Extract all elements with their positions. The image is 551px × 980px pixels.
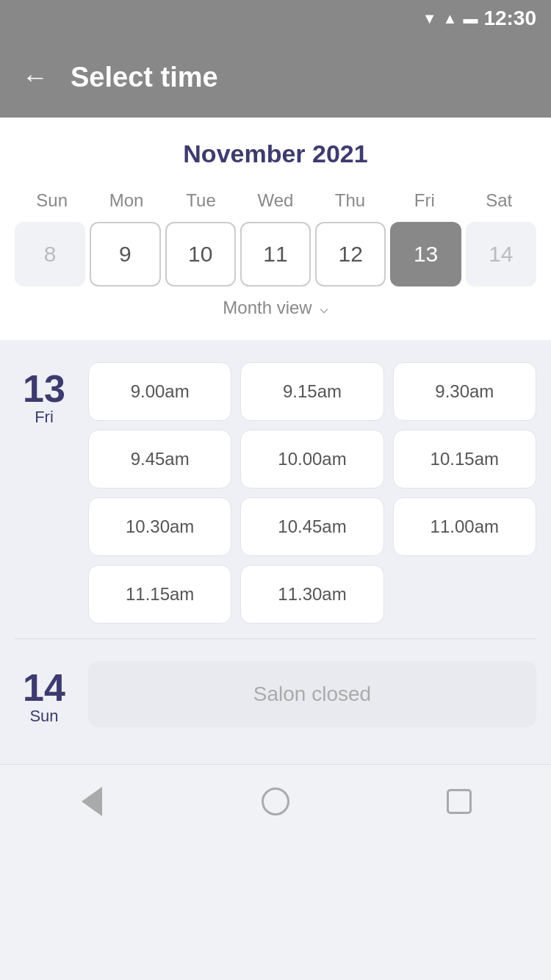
weekday-wed: Wed <box>238 187 312 215</box>
salon-closed-label: Salon closed <box>253 682 371 706</box>
app-header: ← Select time <box>0 37 551 118</box>
back-button[interactable]: ← <box>22 62 48 93</box>
time-slots-section: 13 Fri 9.00am 9.15am 9.30am 9.45am 10.00… <box>0 340 551 764</box>
status-icons: ▼ ▲ ▬ 12:30 <box>422 7 536 30</box>
main-content: November 2021 Sun Mon Tue Wed Thu Fri Sa… <box>0 118 551 764</box>
section-divider <box>15 638 536 639</box>
recents-nav-button[interactable] <box>441 783 478 820</box>
month-view-toggle[interactable]: Month view ⌵ <box>15 287 536 325</box>
slot-1115am[interactable]: 11.15am <box>88 565 231 624</box>
date-10[interactable]: 10 <box>165 222 236 287</box>
date-row: 8 9 10 11 12 13 14 <box>15 222 536 287</box>
wifi-icon: ▼ <box>422 10 437 27</box>
slot-915am[interactable]: 9.15am <box>240 362 383 421</box>
date-13[interactable]: 13 <box>390 222 461 287</box>
slot-945am[interactable]: 9.45am <box>88 430 231 489</box>
recents-nav-icon <box>447 789 472 814</box>
weekday-sun: Sun <box>15 187 89 215</box>
day-14-block: 14 Sun Salon closed <box>15 661 536 727</box>
slot-1015am[interactable]: 10.15am <box>393 430 536 489</box>
status-bar: ▼ ▲ ▬ 12:30 <box>0 0 551 37</box>
day-14-label: 14 Sun <box>15 661 73 727</box>
calendar-section: November 2021 Sun Mon Tue Wed Thu Fri Sa… <box>0 118 551 340</box>
weekday-header: Sun Mon Tue Wed Thu Fri Sat <box>15 187 536 215</box>
slot-1100am[interactable]: 11.00am <box>393 497 536 556</box>
month-view-label: Month view <box>223 298 311 318</box>
slot-1045am[interactable]: 10.45am <box>240 497 383 556</box>
month-year-label: November 2021 <box>15 140 536 168</box>
chevron-down-icon: ⌵ <box>320 299 328 317</box>
weekday-fri: Fri <box>387 187 461 215</box>
slot-930am[interactable]: 9.30am <box>393 362 536 421</box>
date-11[interactable]: 11 <box>240 222 311 287</box>
bottom-nav <box>0 764 551 837</box>
date-12[interactable]: 12 <box>315 222 386 287</box>
signal-icon: ▲ <box>443 10 458 27</box>
day-13-number: 13 <box>23 370 65 408</box>
day-14-name: Sun <box>29 707 58 726</box>
page-title: Select time <box>71 62 218 93</box>
slot-1000am[interactable]: 10.00am <box>240 430 383 489</box>
date-8: 8 <box>15 222 85 287</box>
back-nav-button[interactable] <box>73 783 110 820</box>
home-nav-icon <box>262 788 289 815</box>
day-13-time-grid: 9.00am 9.15am 9.30am 9.45am 10.00am 10.1… <box>88 362 536 624</box>
salon-closed-box: Salon closed <box>88 661 536 727</box>
weekday-tue: Tue <box>164 187 238 215</box>
date-14: 14 <box>466 222 536 287</box>
slot-1130am[interactable]: 11.30am <box>240 565 383 624</box>
battery-icon: ▬ <box>463 10 478 27</box>
day-13-block: 13 Fri 9.00am 9.15am 9.30am 9.45am 10.00… <box>15 362 536 624</box>
weekday-sat: Sat <box>462 187 536 215</box>
date-9[interactable]: 9 <box>90 222 160 287</box>
back-nav-icon <box>82 787 102 816</box>
status-time: 12:30 <box>483 7 536 30</box>
weekday-mon: Mon <box>89 187 163 215</box>
home-nav-button[interactable] <box>257 783 294 820</box>
day-13-label: 13 Fri <box>15 362 73 624</box>
slot-1030am[interactable]: 10.30am <box>88 497 231 556</box>
day-14-number: 14 <box>23 669 65 707</box>
slot-900am[interactable]: 9.00am <box>88 362 231 421</box>
day-13-name: Fri <box>35 408 54 427</box>
weekday-thu: Thu <box>313 187 387 215</box>
